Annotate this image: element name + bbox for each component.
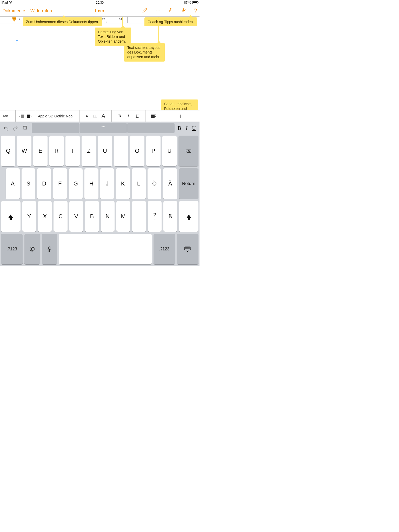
shift-key-right[interactable] [179, 201, 198, 232]
key-k[interactable]: K [116, 168, 130, 199]
keyboard-row-2: A S D F G H J K L Ö Ä Return [1, 168, 198, 199]
key-d[interactable]: D [37, 168, 51, 199]
ruler-label: 12 [102, 18, 105, 21]
key-m[interactable]: M [116, 201, 130, 232]
font-size-increase[interactable]: A [102, 113, 105, 119]
indent-controls: ‹ › [16, 110, 35, 122]
app-toolbar: Dokumente Widerrufen Leer ? [0, 5, 200, 17]
key-oe[interactable]: Ö [148, 168, 162, 199]
outdent-button[interactable]: ‹ [19, 114, 24, 118]
numeric-key-right[interactable]: .?123 [154, 234, 175, 264]
key-p[interactable]: P [146, 136, 161, 166]
kb-undo-icon[interactable] [2, 124, 10, 132]
documents-button[interactable]: Dokumente [3, 8, 25, 14]
format-add-button[interactable]: + [161, 110, 200, 122]
share-icon[interactable] [168, 7, 173, 14]
svg-point-0 [10, 3, 11, 4]
suggestion[interactable]: "" [79, 123, 127, 133]
alignment-button[interactable] [145, 110, 161, 122]
italic-button[interactable]: I [128, 114, 129, 118]
coaching-tip-tools[interactable]: Text suchen, Layout des Dokuments anpass… [124, 43, 165, 62]
key-a[interactable]: A [6, 168, 20, 199]
coaching-tip-rename[interactable]: Zum Umbenennen dieses Dokuments tippen. [23, 17, 102, 26]
spacebar-key[interactable] [59, 234, 152, 264]
text-style-controls: B I U [112, 110, 145, 122]
key-h[interactable]: H [84, 168, 98, 199]
key-u[interactable]: U [98, 136, 112, 166]
key-y[interactable]: Y [22, 201, 36, 232]
key-comma[interactable]: ! , [132, 201, 146, 232]
globe-key[interactable] [24, 234, 40, 264]
kb-redo-icon[interactable] [11, 124, 19, 132]
font-size-decrease[interactable]: A [86, 114, 88, 118]
bold-button[interactable]: B [118, 114, 121, 118]
indent-button[interactable]: › [27, 114, 32, 118]
shift-icon [8, 215, 13, 218]
keyboard-row-4: .?123 .?123 [1, 234, 198, 264]
svg-rect-2 [24, 126, 26, 129]
shift-icon [186, 215, 191, 218]
key-c[interactable]: C [54, 201, 67, 232]
text-cursor [17, 41, 17, 45]
font-size-value[interactable]: 11 [93, 114, 97, 118]
suggestion[interactable] [127, 123, 175, 133]
add-icon[interactable] [155, 7, 161, 14]
key-e[interactable]: E [33, 136, 48, 166]
backspace-key[interactable] [178, 136, 198, 166]
shift-key-left[interactable] [1, 201, 21, 232]
key-eszett[interactable]: ß [163, 201, 177, 232]
key-x[interactable]: X [38, 201, 52, 232]
key-j[interactable]: J [100, 168, 114, 199]
tools-wrench-icon[interactable] [181, 7, 186, 14]
help-icon[interactable]: ? [194, 7, 197, 15]
format-bar: Tab ‹ › Apple SD Gothic Neo A 11 A B I U… [0, 110, 200, 122]
key-z[interactable]: Z [82, 136, 96, 166]
status-bar: iPad 20:30 87 % [0, 0, 200, 5]
hide-keyboard-key[interactable] [177, 234, 198, 264]
wifi-icon [9, 1, 12, 4]
svg-rect-4 [49, 247, 50, 250]
key-ue[interactable]: Ü [162, 136, 177, 166]
numeric-key-left[interactable]: .?123 [1, 234, 23, 264]
key-o[interactable]: O [130, 136, 144, 166]
key-v[interactable]: V [69, 201, 83, 232]
key-r[interactable]: R [49, 136, 64, 166]
kb-underline-button[interactable]: U [192, 125, 196, 131]
key-t[interactable]: T [65, 136, 80, 166]
onscreen-keyboard: "" B I U Q W E R T Z U I O P Ü A S [0, 122, 200, 266]
indent-marker[interactable] [12, 17, 18, 23]
dictation-key[interactable] [42, 234, 57, 264]
battery-percent: 87 % [184, 1, 191, 4]
key-period[interactable]: ? . [148, 201, 162, 232]
kb-clipboard-icon[interactable] [21, 124, 29, 132]
format-brush-icon[interactable] [142, 7, 148, 14]
tab-key-button[interactable]: Tab [0, 110, 16, 122]
key-s[interactable]: S [22, 168, 36, 199]
key-q[interactable]: Q [1, 136, 15, 166]
key-b[interactable]: B [85, 201, 99, 232]
keyboard-suggestions: "" [32, 123, 175, 133]
clock: 20:30 [96, 1, 104, 4]
suggestion[interactable] [32, 123, 79, 133]
undo-button[interactable]: Widerrufen [30, 8, 52, 14]
return-key[interactable]: Return [179, 168, 198, 199]
key-g[interactable]: G [69, 168, 83, 199]
kb-bold-button[interactable]: B [178, 125, 181, 131]
keyboard-row-3: Y X C V B N M ! , ? . ß [1, 201, 198, 232]
svg-rect-1 [23, 127, 26, 130]
battery-icon [192, 1, 198, 4]
document-title[interactable]: Leer [95, 8, 104, 14]
key-i[interactable]: I [114, 136, 128, 166]
key-w[interactable]: W [17, 136, 31, 166]
ruler-label: 2 [19, 18, 20, 21]
device-label: iPad [2, 1, 8, 4]
key-n[interactable]: N [101, 201, 115, 232]
underline-button[interactable]: U [136, 114, 139, 118]
kb-italic-button[interactable]: I [186, 125, 188, 131]
key-f[interactable]: F [53, 168, 67, 199]
key-ae[interactable]: Ä [163, 168, 177, 199]
font-size-control: A 11 A [79, 110, 112, 122]
coaching-tip-hide[interactable]: Coaching-Tipps ausblenden. [144, 17, 197, 26]
font-picker[interactable]: Apple SD Gothic Neo [35, 110, 79, 122]
key-l[interactable]: L [132, 168, 146, 199]
